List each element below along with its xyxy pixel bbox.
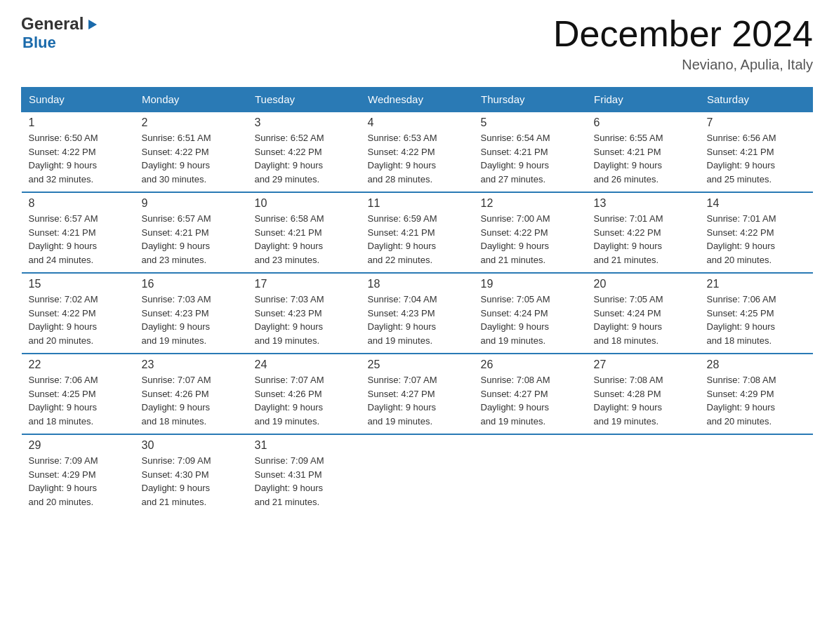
week-row-5: 29Sunrise: 7:09 AMSunset: 4:29 PMDayligh… [22,434,813,514]
calendar-cell: 13Sunrise: 7:01 AMSunset: 4:22 PMDayligh… [587,192,700,273]
day-number: 15 [29,278,128,290]
month-title: December 2024 [553,14,813,54]
day-info: Sunrise: 6:54 AMSunset: 4:21 PMDaylight:… [481,131,580,186]
calendar-cell: 16Sunrise: 7:03 AMSunset: 4:23 PMDayligh… [135,273,248,354]
day-info: Sunrise: 7:06 AMSunset: 4:25 PMDaylight:… [29,373,128,428]
day-info: Sunrise: 7:08 AMSunset: 4:29 PMDaylight:… [707,373,806,428]
day-info: Sunrise: 6:50 AMSunset: 4:22 PMDaylight:… [29,131,128,186]
day-info: Sunrise: 6:57 AMSunset: 4:21 PMDaylight:… [29,212,128,267]
col-friday: Friday [587,88,700,112]
day-info: Sunrise: 6:57 AMSunset: 4:21 PMDaylight:… [142,212,241,267]
day-number: 6 [594,116,693,129]
calendar-cell: 9Sunrise: 6:57 AMSunset: 4:21 PMDaylight… [135,192,248,273]
calendar-cell: 7Sunrise: 6:56 AMSunset: 4:21 PMDaylight… [700,112,813,192]
day-number: 30 [142,439,241,452]
calendar-cell: 23Sunrise: 7:07 AMSunset: 4:26 PMDayligh… [135,354,248,434]
day-info: Sunrise: 7:05 AMSunset: 4:24 PMDaylight:… [481,293,580,347]
day-info: Sunrise: 7:07 AMSunset: 4:27 PMDaylight:… [368,373,467,428]
calendar-cell: 11Sunrise: 6:59 AMSunset: 4:21 PMDayligh… [361,192,474,273]
calendar-cell: 20Sunrise: 7:05 AMSunset: 4:24 PMDayligh… [587,273,700,354]
day-number: 13 [594,197,693,210]
calendar-cell: 29Sunrise: 7:09 AMSunset: 4:29 PMDayligh… [22,434,135,514]
header-row: Sunday Monday Tuesday Wednesday Thursday… [22,88,813,112]
calendar-cell: 10Sunrise: 6:58 AMSunset: 4:21 PMDayligh… [248,192,361,273]
day-info: Sunrise: 7:03 AMSunset: 4:23 PMDaylight:… [255,293,354,347]
day-number: 31 [255,439,354,452]
col-thursday: Thursday [474,88,587,112]
day-info: Sunrise: 7:00 AMSunset: 4:22 PMDaylight:… [481,212,580,267]
day-info: Sunrise: 7:07 AMSunset: 4:26 PMDaylight:… [255,373,354,428]
calendar-cell: 12Sunrise: 7:00 AMSunset: 4:22 PMDayligh… [474,192,587,273]
calendar-cell: 3Sunrise: 6:52 AMSunset: 4:22 PMDaylight… [248,112,361,192]
col-sunday: Sunday [22,88,135,112]
day-number: 14 [707,197,806,210]
col-monday: Monday [135,88,248,112]
day-number: 1 [29,116,128,129]
day-info: Sunrise: 7:08 AMSunset: 4:28 PMDaylight:… [594,373,693,428]
day-number: 18 [368,278,467,290]
calendar-cell: 27Sunrise: 7:08 AMSunset: 4:28 PMDayligh… [587,354,700,434]
calendar-cell: 26Sunrise: 7:08 AMSunset: 4:27 PMDayligh… [474,354,587,434]
day-number: 11 [368,197,467,210]
calendar-cell: 28Sunrise: 7:08 AMSunset: 4:29 PMDayligh… [700,354,813,434]
calendar-cell: 1Sunrise: 6:50 AMSunset: 4:22 PMDaylight… [22,112,135,192]
day-info: Sunrise: 7:07 AMSunset: 4:26 PMDaylight:… [142,373,241,428]
day-number: 26 [481,358,580,371]
calendar-cell: 24Sunrise: 7:07 AMSunset: 4:26 PMDayligh… [248,354,361,434]
week-row-1: 1Sunrise: 6:50 AMSunset: 4:22 PMDaylight… [22,112,813,192]
day-info: Sunrise: 7:09 AMSunset: 4:30 PMDaylight:… [142,454,241,509]
day-info: Sunrise: 7:09 AMSunset: 4:29 PMDaylight:… [29,454,128,509]
calendar-cell: 14Sunrise: 7:01 AMSunset: 4:22 PMDayligh… [700,192,813,273]
day-number: 16 [142,278,241,290]
calendar-cell: 22Sunrise: 7:06 AMSunset: 4:25 PMDayligh… [22,354,135,434]
day-info: Sunrise: 6:59 AMSunset: 4:21 PMDaylight:… [368,212,467,267]
svg-marker-0 [88,20,97,29]
day-info: Sunrise: 7:01 AMSunset: 4:22 PMDaylight:… [707,212,806,267]
day-number: 24 [255,358,354,371]
day-info: Sunrise: 7:02 AMSunset: 4:22 PMDaylight:… [29,293,128,347]
day-number: 4 [368,116,467,129]
day-number: 25 [368,358,467,371]
page-header: General Blue December 2024 Neviano, Apul… [21,14,813,73]
day-number: 7 [707,116,806,129]
calendar-cell: 4Sunrise: 6:53 AMSunset: 4:22 PMDaylight… [361,112,474,192]
day-number: 3 [255,116,354,129]
calendar-cell: 2Sunrise: 6:51 AMSunset: 4:22 PMDaylight… [135,112,248,192]
day-info: Sunrise: 6:53 AMSunset: 4:22 PMDaylight:… [368,131,467,186]
day-number: 23 [142,358,241,371]
week-row-3: 15Sunrise: 7:02 AMSunset: 4:22 PMDayligh… [22,273,813,354]
day-info: Sunrise: 7:08 AMSunset: 4:27 PMDaylight:… [481,373,580,428]
calendar-cell: 21Sunrise: 7:06 AMSunset: 4:25 PMDayligh… [700,273,813,354]
calendar-cell: 15Sunrise: 7:02 AMSunset: 4:22 PMDayligh… [22,273,135,354]
day-number: 10 [255,197,354,210]
day-number: 28 [707,358,806,371]
day-number: 5 [481,116,580,129]
calendar-cell: 25Sunrise: 7:07 AMSunset: 4:27 PMDayligh… [361,354,474,434]
day-number: 21 [707,278,806,290]
day-info: Sunrise: 7:09 AMSunset: 4:31 PMDaylight:… [255,454,354,509]
day-number: 27 [594,358,693,371]
logo-general: General [21,14,84,34]
col-wednesday: Wednesday [361,88,474,112]
col-saturday: Saturday [700,88,813,112]
col-tuesday: Tuesday [248,88,361,112]
calendar-cell [587,434,700,514]
calendar-cell [474,434,587,514]
calendar-table: Sunday Monday Tuesday Wednesday Thursday… [21,87,813,514]
location: Neviano, Apulia, Italy [553,57,813,73]
day-info: Sunrise: 7:03 AMSunset: 4:23 PMDaylight:… [142,293,241,347]
logo: General Blue [21,14,100,52]
day-info: Sunrise: 7:05 AMSunset: 4:24 PMDaylight:… [594,293,693,347]
day-number: 8 [29,197,128,210]
title-block: December 2024 Neviano, Apulia, Italy [553,14,813,73]
day-info: Sunrise: 7:01 AMSunset: 4:22 PMDaylight:… [594,212,693,267]
logo-arrow-icon [84,17,100,32]
day-info: Sunrise: 6:52 AMSunset: 4:22 PMDaylight:… [255,131,354,186]
day-number: 19 [481,278,580,290]
calendar-cell: 30Sunrise: 7:09 AMSunset: 4:30 PMDayligh… [135,434,248,514]
calendar-cell: 31Sunrise: 7:09 AMSunset: 4:31 PMDayligh… [248,434,361,514]
logo-blue: Blue [22,34,56,52]
calendar-cell: 19Sunrise: 7:05 AMSunset: 4:24 PMDayligh… [474,273,587,354]
day-number: 2 [142,116,241,129]
day-number: 12 [481,197,580,210]
